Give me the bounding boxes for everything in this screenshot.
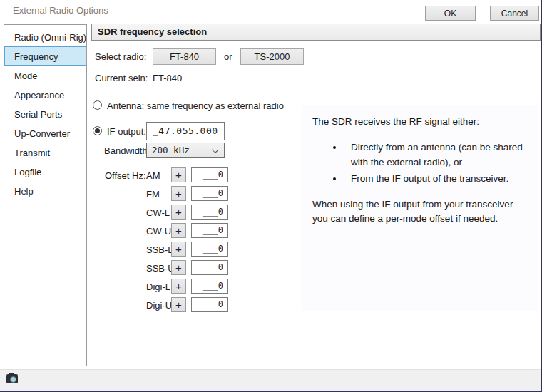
info-bullet-list: Directly from an antenna (can be shared … [344,140,528,186]
sidebar-item-help[interactable]: Help [4,181,86,200]
offset-plus-button-ssb-l[interactable]: + [171,242,186,257]
info-bullet-1: Directly from an antenna (can be shared … [344,140,528,170]
bandwidth-label: Bandwidth: [104,145,150,156]
sidebar: Radio (Omni-Rig) Frequency Mode Appearan… [4,24,87,366]
offset-plus-button-am[interactable]: + [171,167,186,182]
external-radio-options-dialog: External Radio Options ✕ Radio (Omni-Rig… [0,0,542,392]
mode-label-digi-l: Digi-L [146,282,170,292]
info-intro: The SDR receives the RF signal either: [312,115,528,129]
antenna-radio-button[interactable] [93,100,102,110]
bandwidth-value: 200 kHz [152,145,190,155]
sidebar-item-up-converter[interactable]: Up-Converter [4,123,86,143]
mode-label-am: AM [146,170,160,181]
current-seln-value: FT-840 [153,73,182,83]
sidebar-item-transmit[interactable]: Transmit [4,143,86,162]
offset-input-cw-u[interactable]: ___0 [191,223,228,238]
ft-840-button[interactable]: FT-840 [153,48,216,65]
if-output-radio-button[interactable] [93,126,102,135]
offset-plus-button-digi-u[interactable]: + [171,297,186,312]
divider [103,93,253,93]
ts-2000-button[interactable]: TS-2000 [240,48,304,65]
footer-bar [0,369,541,391]
offset-plus-button-ssb-u[interactable]: + [171,260,186,275]
sidebar-item-appearance[interactable]: Appearance [4,85,86,104]
antenna-radio-label[interactable]: Antenna: same frequency as external radi… [107,100,284,111]
if-output-radio-label[interactable]: IF output: [107,126,146,137]
info-box: The SDR receives the RF signal either: D… [302,105,538,311]
chevron-down-icon [212,147,218,153]
offset-plus-button-fm[interactable]: + [171,186,186,201]
offset-input-digi-u[interactable]: ___0 [191,297,228,312]
mode-label-fm: FM [146,189,160,200]
or-label: or [224,51,232,62]
offset-input-ssb-u[interactable]: ___0 [191,260,228,275]
cancel-button[interactable]: Cancel [490,6,539,21]
sidebar-item-serial-ports[interactable]: Serial Ports [4,104,86,123]
offset-input-am[interactable]: ___0 [191,167,228,182]
window-title: External Radio Options [13,5,108,16]
mode-label-cw-l: CW-L [146,207,170,218]
select-radio-label: Select radio: [95,51,146,62]
info-outro: When using the IF output from your trans… [312,197,528,227]
offset-hz-label: Offset Hz: [105,170,146,181]
section-header: SDR frequency selection [91,24,541,41]
offset-plus-button-cw-l[interactable]: + [171,205,186,220]
mode-label-cw-u: CW-U [146,226,171,237]
offset-input-cw-l[interactable]: ___0 [191,205,228,220]
mode-label-ssb-u: SSB-U [146,263,175,274]
offset-plus-button-digi-l[interactable]: + [171,279,186,294]
offset-input-digi-l[interactable]: ___0 [191,279,228,294]
if-frequency-input[interactable]: _47.055.000 [146,122,225,140]
offset-input-ssb-l[interactable]: ___0 [191,242,228,257]
offset-plus-button-cw-u[interactable]: + [171,223,186,238]
mode-label-ssb-l: SSB-L [146,244,173,255]
bandwidth-select[interactable]: 200 kHz [146,143,225,158]
sidebar-item-mode[interactable]: Mode [4,66,86,85]
sidebar-item-frequency[interactable]: Frequency [4,46,86,66]
ok-button[interactable]: OK [425,6,476,21]
sidebar-item-radio-omni-rig[interactable]: Radio (Omni-Rig) [4,27,86,46]
info-bullet-2: From the IF output of the transceiver. [344,172,528,186]
mode-label-digi-u: Digi-U [146,300,172,311]
current-seln-label: Current seln: [95,73,148,83]
sidebar-item-logfile[interactable]: Logfile [4,162,86,181]
offset-input-fm[interactable]: ___0 [191,186,228,201]
camera-icon[interactable] [6,374,18,383]
